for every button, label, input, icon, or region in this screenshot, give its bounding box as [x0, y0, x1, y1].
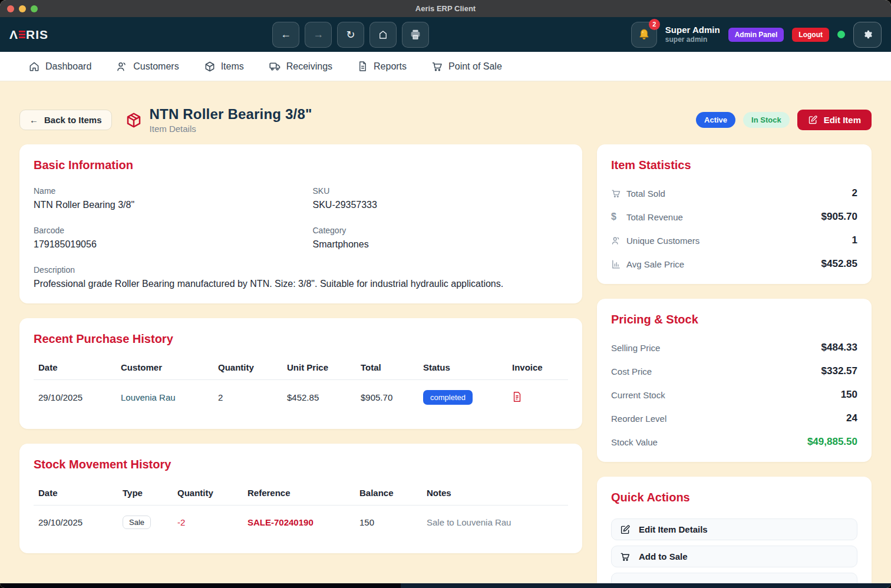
nav-item-reports[interactable]: Reports: [357, 61, 407, 72]
dollar-icon: $: [611, 212, 626, 222]
purchase-date: 29/10/2025: [34, 380, 116, 415]
quick-actions-card: Quick Actions Edit Item Details: [597, 477, 872, 583]
page-header: ← Back to Items NTN Roller Bearing 3/8" …: [19, 106, 872, 134]
package-icon: [125, 111, 143, 129]
movement-reference: SALE-70240190: [243, 506, 355, 540]
customer-link[interactable]: Louvenia Rau: [121, 392, 176, 402]
basic-info-grid: Name NTN Roller Bearing 3/8" SKU SKU-293…: [34, 186, 568, 289]
table-row: 29/10/2025 Sale -2 SALE-70240190 150 Sal…: [34, 506, 568, 540]
field-name: Name NTN Roller Bearing 3/8": [34, 186, 289, 210]
edit-icon: [808, 115, 818, 125]
stock-movement-table: Date Type Quantity Reference Balance Not…: [34, 483, 568, 539]
active-status-badge: Active: [696, 112, 735, 128]
window-title: Aeris ERP Client: [0, 4, 891, 13]
user-info: Super Admin super admin: [665, 25, 720, 44]
table-header-row: Date Type Quantity Reference Balance Not…: [34, 483, 568, 506]
pricing-stock-card: Pricing & Stock Selling Price $484.33 Co…: [597, 299, 872, 462]
add-to-sale-button[interactable]: Add to Sale: [611, 546, 857, 567]
bell-icon: [637, 28, 651, 42]
main-layout: Basic Information Name NTN Roller Bearin…: [19, 144, 872, 583]
online-status-dot: [837, 31, 845, 38]
field-category: Category Smartphones: [313, 226, 569, 250]
movement-type-badge: Sale: [123, 516, 151, 529]
card-title: Stock Movement History: [34, 458, 568, 471]
card-title: Item Statistics: [611, 158, 857, 172]
forward-button[interactable]: →: [305, 22, 332, 48]
home-button[interactable]: [369, 22, 397, 48]
invoice-button[interactable]: [512, 391, 522, 402]
gear-icon: [863, 29, 873, 39]
left-column: Basic Information Name NTN Roller Bearin…: [19, 144, 582, 553]
purchase-history-card: Recent Purchase History Date Customer Qu…: [19, 318, 582, 429]
nav-item-receivings[interactable]: Receivings: [269, 60, 332, 72]
users-icon: [611, 236, 626, 246]
window-bottom-edge: [0, 583, 891, 588]
basic-information-card: Basic Information Name NTN Roller Bearin…: [19, 144, 582, 303]
movement-date: 29/10/2025: [34, 506, 118, 540]
bar-chart-icon: [611, 259, 626, 269]
edit-icon: [620, 524, 631, 535]
app-header: ΛRIS ← → ↻ 2: [0, 17, 891, 52]
quick-action-partial-button[interactable]: [611, 573, 857, 583]
nav-item-customers[interactable]: Customers: [116, 61, 179, 72]
card-title: Basic Information: [34, 158, 568, 172]
card-title: Pricing & Stock: [611, 313, 857, 326]
field-barcode: Barcode 179185019056: [34, 226, 289, 250]
pricing-row-stock-value: Stock Value $49,885.50: [611, 436, 857, 448]
home-icon: [378, 29, 388, 40]
browser-toolbar: ← → ↻: [272, 22, 429, 48]
truck-icon: [269, 60, 281, 72]
document-icon: [357, 61, 368, 72]
stock-movement-card: Stock Movement History Date Type Quantit…: [19, 444, 582, 553]
status-badge: completed: [423, 390, 473, 405]
purchase-unit-price: $452.85: [282, 380, 356, 415]
field-sku: SKU SKU-29357333: [313, 186, 569, 210]
nav-item-dashboard[interactable]: Dashboard: [28, 61, 91, 72]
users-icon: [116, 61, 128, 72]
nav-item-point-of-sale[interactable]: Point of Sale: [431, 61, 502, 72]
cart-icon: [620, 551, 631, 562]
user-name: Super Admin: [665, 25, 720, 35]
print-button[interactable]: [402, 22, 429, 48]
logout-button[interactable]: Logout: [792, 28, 829, 42]
movement-balance: 150: [355, 506, 422, 540]
main-nav: Dashboard Customers Items Receivings Rep…: [0, 52, 891, 81]
cart-icon: [611, 189, 626, 199]
package-icon: [204, 61, 216, 72]
title-block: NTN Roller Bearing 3/8" Item Details: [150, 106, 312, 134]
print-icon: [409, 28, 422, 41]
app-window: Aeris ERP Client ΛRIS ← → ↻: [0, 0, 891, 588]
admin-panel-button[interactable]: Admin Panel: [728, 28, 784, 42]
page-subtitle: Item Details: [150, 124, 312, 134]
purchase-total: $905.70: [356, 380, 418, 415]
nav-item-items[interactable]: Items: [204, 61, 244, 72]
table-row: 29/10/2025 Louvenia Rau 2 $452.85 $905.7…: [34, 380, 568, 415]
page-content: ← Back to Items NTN Roller Bearing 3/8" …: [0, 81, 891, 583]
edit-item-details-button[interactable]: Edit Item Details: [611, 518, 857, 540]
home-icon: [28, 61, 40, 72]
stat-row-total-sold: Total Sold 2: [611, 187, 857, 199]
stat-row-unique-customers: Unique Customers 1: [611, 234, 857, 246]
window-titlebar: Aeris ERP Client: [0, 0, 891, 17]
invoice-icon: [512, 391, 522, 402]
movement-quantity: -2: [173, 506, 243, 540]
pricing-row-cost-price: Cost Price $332.57: [611, 365, 857, 377]
notifications-button[interactable]: 2: [631, 22, 657, 48]
arrow-left-icon: ←: [29, 115, 38, 125]
user-role: super admin: [665, 35, 720, 44]
cart-icon: [431, 61, 443, 72]
pricing-row-reorder-level: Reorder Level 24: [611, 412, 857, 424]
stat-row-avg-sale-price: Avg Sale Price $452.85: [611, 258, 857, 270]
card-title: Recent Purchase History: [34, 332, 568, 346]
back-button[interactable]: ←: [272, 22, 299, 48]
header-right: 2 Super Admin super admin Admin Panel Lo…: [631, 22, 882, 48]
stat-row-total-revenue: $ Total Revenue $905.70: [611, 211, 857, 223]
settings-button[interactable]: [853, 22, 882, 48]
item-statistics-card: Item Statistics Total Sold 2 $ Total Rev…: [597, 144, 872, 284]
card-title: Quick Actions: [611, 491, 857, 504]
edit-item-button[interactable]: Edit Item: [797, 110, 872, 130]
aeris-logo: ΛRIS: [9, 28, 48, 42]
refresh-button[interactable]: ↻: [337, 22, 364, 48]
back-to-items-button[interactable]: ← Back to Items: [19, 110, 112, 130]
movement-notes: Sale to Louvenia Rau: [422, 506, 568, 540]
